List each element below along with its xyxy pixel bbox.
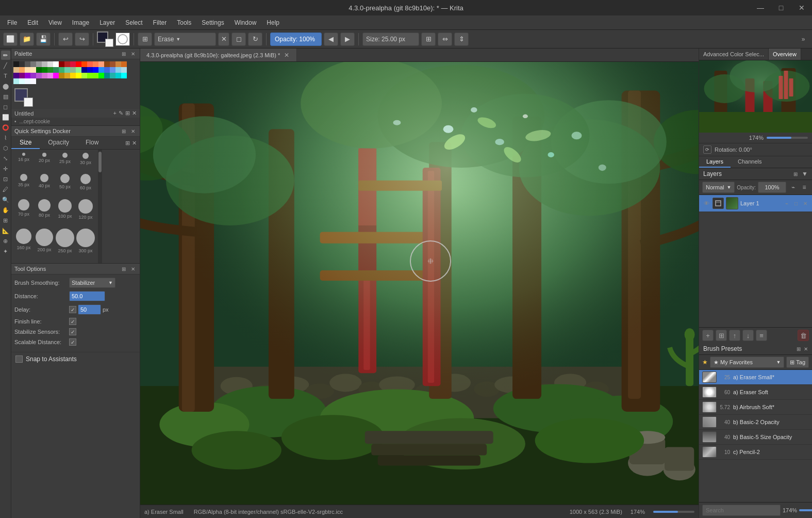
palette-swatch[interactable] [36,73,42,78]
palette-swatch[interactable] [81,61,87,67]
brush-size-item[interactable]: 60 px [76,174,95,197]
palette-swatch[interactable] [53,73,59,78]
palette-swatch[interactable] [121,61,127,67]
palette-swatch[interactable] [81,73,87,78]
opacity-field[interactable]: 100% [758,182,786,193]
brush-size-item[interactable]: 50 px [56,174,74,197]
palette-swatch[interactable] [19,78,25,84]
brush-row[interactable]: 25a) Eraser Small* [699,370,812,385]
palette-swatch[interactable] [115,61,121,67]
delete-layer-btn[interactable]: 🗑 [798,330,809,341]
palette-swatch[interactable] [104,61,110,67]
layers-filter-btn[interactable]: ▼ [802,170,808,177]
palette-swatch[interactable] [64,67,70,73]
menu-window[interactable]: Window [229,17,262,28]
palette-swatch[interactable] [93,73,98,78]
brush-row[interactable]: 40b) Basic-5 Size Opacity [699,430,812,445]
move-up-btn[interactable]: ↑ [729,330,740,341]
brush-zoom-slider[interactable] [799,509,812,511]
layer-action-0-b[interactable]: □ [792,200,800,207]
canvas-viewport[interactable] [140,62,699,505]
refresh-button[interactable]: ↻ [248,33,262,46]
tab-flow[interactable]: Flow [77,137,107,149]
palette-swatch[interactable] [30,73,36,78]
brush-size-item[interactable]: 250 px [56,229,74,260]
palette-swatch[interactable] [36,67,42,73]
brush-size-item[interactable]: 80 px [35,199,54,226]
tab-overview[interactable]: Overview [769,48,801,60]
tool-options-close-btn[interactable]: ✕ [129,265,137,272]
tab-size[interactable]: Size [11,137,40,149]
brush-size-item[interactable]: 200 px [35,229,54,260]
mirror-v-button[interactable]: ⇕ [454,33,469,46]
delay-checkbox[interactable]: ✓ [69,306,76,313]
brush-smoothing-combo[interactable]: Stabilizer ▼ [69,278,115,288]
menu-layer[interactable]: Layer [94,17,120,28]
palette-swatch[interactable] [110,67,115,73]
palette-swatch[interactable] [121,67,127,73]
tool-fill[interactable]: ⬤ [1,82,10,91]
palette-swatch[interactable] [25,61,30,67]
menu-settings[interactable]: Settings [196,17,229,28]
erase-clear-button[interactable]: ✕ [218,33,229,46]
brush-presets-settings-btn[interactable]: ⊞ [797,346,801,352]
palette-swatch[interactable] [30,78,36,84]
blend-mode-combo[interactable]: Normal ▼ [702,182,735,193]
palette-swatch[interactable] [13,67,19,73]
brush-preset-preview[interactable] [115,33,130,46]
tab-advanced-color[interactable]: Advanced Color Selec... [699,48,769,60]
maximize-button[interactable]: □ [771,0,791,15]
quick-settings-close2-btn[interactable]: ✕ [132,140,137,147]
palette-swatch[interactable] [42,61,47,67]
tool-crop[interactable]: ⊡ [1,174,10,184]
palette-swatch[interactable] [87,67,93,73]
tool-eraser[interactable]: ◻ [1,102,10,111]
palette-swatch[interactable] [81,67,87,73]
size-options-button[interactable]: ⊞ [421,33,436,46]
brush-size-item[interactable]: 100 px [56,199,74,226]
close-button[interactable]: ✕ [791,0,812,15]
mirror-h-button[interactable]: ⇔ [438,33,452,46]
layer-action-0-a[interactable]: ⌁ [783,200,790,207]
brush-size-item[interactable]: 40 px [35,174,54,197]
palette-swatch[interactable] [25,67,30,73]
palette-swatch[interactable] [87,73,93,78]
tool-select-rect[interactable]: ⬜ [1,112,10,122]
brush-size-item[interactable]: 30 px [76,153,95,172]
tag-button[interactable]: ⊞ Tag [786,357,809,368]
palette-swatch[interactable] [59,73,64,78]
menu-filter[interactable]: Filter [148,17,172,28]
tool-freehand[interactable]: ✏ [1,51,10,60]
zoom-slider[interactable] [653,511,694,513]
palette-settings-btn[interactable]: ⊞ [120,50,127,57]
brush-row[interactable]: 5.72b) Airbrush Soft* [699,400,812,415]
layer-more-btn[interactable]: ≡ [800,183,809,192]
quick-settings-expand-btn[interactable]: ⊞ [125,140,130,147]
brush-row[interactable]: 40b) Basic-2 Opacity [699,415,812,430]
palette-swatch[interactable] [42,73,47,78]
palette-swatch[interactable] [104,73,110,78]
layer-lock-alpha-btn[interactable]: ⌁ [788,183,798,192]
overview-zoom-slider[interactable] [767,137,808,139]
palette-swatch[interactable] [64,73,70,78]
palette-swatch[interactable] [25,78,30,84]
brush-row[interactable]: 60a) Eraser Soft [699,385,812,400]
new-doc-button[interactable]: ⬜ [3,33,18,46]
palette-swatch[interactable] [110,61,115,67]
menu-file[interactable]: File [2,17,22,28]
toolbar-overflow-button[interactable]: » [798,34,809,45]
palette-edit-btn[interactable]: ✎ [119,110,123,117]
palette-swatch[interactable] [47,73,53,78]
canvas-tab[interactable]: 4.3.0-prealpha (git 8c9b10e): galteed.jp… [140,48,297,61]
brush-size-item[interactable]: 25 px [56,153,74,172]
palette-swatch[interactable] [19,67,25,73]
tool-grid[interactable]: ⊞ [1,216,10,225]
size-control[interactable]: Size: 25.00 px [362,33,419,46]
distance-input[interactable] [69,291,105,301]
palette-swatch[interactable] [53,61,59,67]
palette-swatch[interactable] [59,61,64,67]
finish-line-checkbox[interactable]: ✓ [69,318,76,325]
layer-action-0-c[interactable]: ✕ [802,200,809,207]
palette-swatch[interactable] [115,73,121,78]
palette-swatch[interactable] [13,78,19,84]
